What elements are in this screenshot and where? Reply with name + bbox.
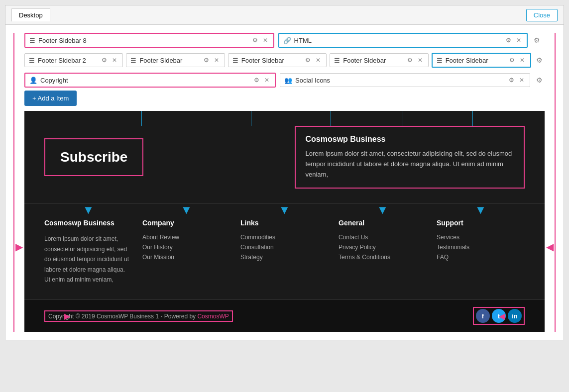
footer-col-3-link-3[interactable]: Strategy [240,254,329,261]
widget-icon-r2-5: ☰ [437,57,443,64]
subscribe-outline: Subscribe [44,138,143,176]
footer-col-5-link-2[interactable]: Testimonials [437,244,525,251]
widget-close-r2-2[interactable]: ✕ [213,56,221,64]
row2-gear[interactable]: ⚙ [534,54,545,66]
widget-label-r2-4: Footer Sidebar [343,57,402,64]
widget-close-social[interactable]: ✕ [518,76,526,84]
cosmoswp-link[interactable]: CosmosWP [197,313,228,320]
widget-gear-r2-3[interactable]: ⚙ [304,56,312,64]
cyan-arrow-3: ▼ [279,204,291,216]
subscribe-title: Subscribe [60,149,127,165]
cyan-arrow-5: ▼ [475,204,487,216]
footer-col-4-link-1[interactable]: Contact Us [339,234,427,241]
footer-preview: Subscribe Cosmoswp Business Lorem ipsum … [24,111,545,332]
facebook-icon-btn[interactable]: f [476,309,490,323]
row1-gear[interactable]: ⚙ [532,34,542,46]
annotation-right-border [555,33,556,332]
widget-footer-sidebar-5: ☰ Footer Sidebar ⚙ ✕ [330,53,428,67]
widget-close-html[interactable]: ✕ [515,36,523,44]
widget-icon-r2-1: ☰ [29,57,35,64]
linkedin-icon-btn[interactable]: in [508,309,522,323]
widget-gear-r2-2[interactable]: ⚙ [202,56,211,64]
footer-col-1-text: Lorem ipsum dolor sit amet, consectetur … [44,234,132,285]
widget-close-copyright[interactable]: ✕ [263,76,271,84]
footer-col-5-link-3[interactable]: FAQ [437,254,525,261]
widget-actions-r2-1: ⚙ ✕ [100,56,118,64]
widget-actions-copyright: ⚙ ✕ [252,76,271,84]
footer-col-5: ▼ Support Services Testimonials FAQ [437,219,525,285]
content-area: ▶ ◀ ☰ Footer Sidebar 8 ⚙ ✕ 🔗 HTML [5,24,564,340]
widget-close-r2-4[interactable]: ✕ [416,56,424,64]
widget-gear-copyright[interactable]: ⚙ [252,76,261,84]
footer-col-2-link-3[interactable]: Our Mission [142,254,230,261]
footer-col-2-link-2[interactable]: Our History [142,244,230,251]
row3-gear[interactable]: ⚙ [534,74,545,86]
widget-gear-html[interactable]: ⚙ [504,36,513,44]
widget-label-r2-1: Footer Sidebar 2 [38,57,97,64]
footer-col-4-link-3[interactable]: Terms & Conditions [339,254,427,261]
widget-label-r2-3: Footer Sidebar [241,57,301,64]
copyright-outline: Copyright © 2019 CosmosWP Business 1 - P… [44,310,233,322]
footer-col-5-link-1[interactable]: Services [437,234,525,241]
footer-columns: ▼ Cosmoswp Business Lorem ipsum dolor si… [24,204,545,300]
copyright-text: Copyright © 2019 CosmosWP Business 1 - P… [48,313,229,320]
widget-row-3: 👤 Copyright ⚙ ✕ 👥 Social Icons ⚙ ✕ ⚙ [24,73,545,88]
widget-close-1[interactable]: ✕ [261,36,269,44]
footer-dark-area: Subscribe Cosmoswp Business Lorem ipsum … [24,111,545,332]
close-button[interactable]: Close [526,9,558,21]
widget-html: 🔗 HTML ⚙ ✕ [278,33,528,48]
widget-gear-r2-4[interactable]: ⚙ [406,56,414,64]
widget-footer-sidebar-8: ☰ Footer Sidebar 8 ⚙ ✕ [24,33,274,48]
top-bar: Desktop Close [5,5,564,24]
cyan-line-4 [403,111,403,126]
widget-label-copyright: Copyright [40,77,249,84]
footer-col-5-title: Support [437,219,525,227]
widget-gear-1[interactable]: ⚙ [251,36,259,44]
footer-col-4-link-2[interactable]: Privacy Policy [339,244,427,251]
widget-label-r2-2: Footer Sidebar [139,57,199,64]
widget-gear-r2-1[interactable]: ⚙ [100,56,109,64]
add-item-button[interactable]: + Add a Item [24,91,77,106]
footer-bottom: ▶ Copyright © 2019 CosmosWP Business 1 -… [24,300,545,332]
cosmoswp-outline: Cosmoswp Business Lorem ipsum dolor sit … [295,126,525,189]
cyan-arrow-2: ▼ [181,204,193,216]
footer-col-3-link-1[interactable]: Commodities [240,234,329,241]
cosmoswp-title: Cosmoswp Business [306,135,514,144]
cosmoswp-box: Cosmoswp Business Lorem ipsum dolor sit … [295,126,525,189]
footer-col-1-title: Cosmoswp Business [44,219,132,227]
copyright-static-text: Copyright © 2019 CosmosWP Business 1 - P… [48,313,197,320]
widget-footer-sidebar-4: ☰ Footer Sidebar ⚙ ✕ [228,53,327,67]
footer-top-section: Subscribe Cosmoswp Business Lorem ipsum … [24,111,545,204]
full-wrapper: ▶ ◀ ☰ Footer Sidebar 8 ⚙ ✕ 🔗 HTML [13,33,556,332]
cyan-arrow-1: ▼ [83,204,95,216]
widget-close-r2-3[interactable]: ✕ [314,56,322,64]
widget-icon-r2-4: ☰ [334,57,340,64]
widget-row-2: ☰ Footer Sidebar 2 ⚙ ✕ ☰ Footer Sidebar … [24,53,545,68]
widget-footer-sidebar-3: ☰ Footer Sidebar ⚙ ✕ [126,53,225,67]
footer-col-3: ▼ Links Commodities Consultation Strateg… [240,219,329,285]
widget-actions-social: ⚙ ✕ [507,76,526,84]
widget-footer-sidebar-2: ☰ Footer Sidebar 2 ⚙ ✕ [24,53,123,67]
cyan-line-1 [141,111,142,126]
widget-footer-sidebar-6: ☰ Footer Sidebar ⚙ ✕ [432,53,531,68]
footer-col-1: ▼ Cosmoswp Business Lorem ipsum dolor si… [44,219,132,285]
widget-actions-r2-4: ⚙ ✕ [406,56,424,64]
widget-gear-social[interactable]: ⚙ [507,76,516,84]
widget-actions-r2-2: ⚙ ✕ [202,56,221,64]
cosmoswp-text: Lorem ipsum dolor sit amet, consectetur … [306,149,514,180]
footer-col-2-title: Company [142,219,230,227]
widget-icon-1: ☰ [29,37,35,44]
widget-close-r2-1[interactable]: ✕ [111,56,118,64]
cyan-line-2 [251,111,251,126]
widget-gear-r2-5[interactable]: ⚙ [508,56,516,64]
footer-col-3-title: Links [240,219,329,227]
widget-social-icons: 👥 Social Icons ⚙ ✕ [280,73,530,87]
footer-col-3-link-2[interactable]: Consultation [240,244,329,251]
widget-label-html: HTML [294,37,502,44]
desktop-tab[interactable]: Desktop [11,8,50,21]
footer-col-2-link-1[interactable]: About Review [142,234,230,241]
widget-close-r2-5[interactable]: ✕ [518,56,526,64]
subscribe-box: Subscribe [44,138,275,176]
widget-actions-r2-5: ⚙ ✕ [508,56,526,64]
annotation-arrow-left: ▶ [15,241,23,253]
